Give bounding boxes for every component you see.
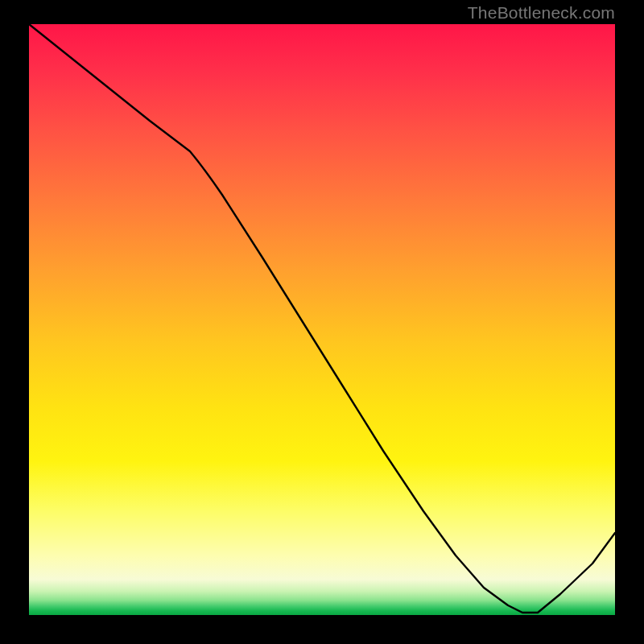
- curve-svg: [29, 24, 615, 615]
- chart-frame: TheBottleneck.com: [0, 0, 644, 644]
- bottleneck-curve: [29, 24, 615, 613]
- gradient-plot-area: [29, 24, 615, 615]
- watermark-text: TheBottleneck.com: [468, 3, 615, 23]
